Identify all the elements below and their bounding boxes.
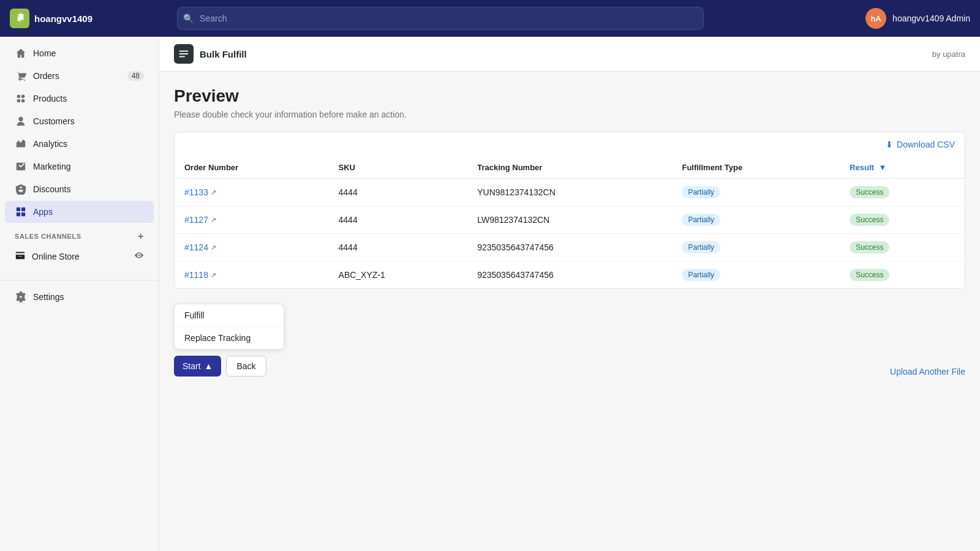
sku-cell: 4444: [329, 179, 468, 206]
svg-rect-4: [179, 51, 188, 52]
orders-icon: [15, 70, 27, 82]
external-link-icon: ↗: [211, 271, 216, 279]
svg-rect-6: [179, 56, 185, 58]
home-icon: [15, 47, 27, 59]
sidebar-item-customers[interactable]: Customers: [5, 110, 154, 132]
sidebar-label-home: Home: [33, 48, 56, 58]
store-logo[interactable]: hoangvv1409: [10, 9, 92, 28]
sidebar-item-settings[interactable]: Settings: [5, 286, 154, 308]
app-title: Bulk Fulfill: [200, 49, 247, 59]
sidebar-item-apps[interactable]: Apps: [5, 201, 154, 223]
results-table: Order Number SKU Tracking Number Fulfill…: [175, 157, 965, 288]
action-left: Fulfill Replace Tracking Start ▲ Back: [174, 304, 284, 377]
orders-badge: 48: [127, 71, 144, 81]
sidebar-label-customers: Customers: [33, 116, 75, 126]
svg-rect-1: [21, 208, 25, 211]
sidebar-label-discounts: Discounts: [33, 184, 70, 194]
sidebar-item-analytics[interactable]: Analytics: [5, 133, 154, 155]
svg-rect-5: [179, 53, 188, 54]
online-store-label: Online Store: [32, 252, 80, 261]
col-tracking-number: Tracking Number: [467, 157, 672, 179]
sidebar-item-orders[interactable]: Orders 48: [5, 65, 154, 87]
eye-icon[interactable]: [134, 250, 144, 262]
svg-rect-0: [17, 208, 20, 211]
result-badge: Success: [850, 186, 889, 198]
table-row: #1127 ↗ 4444 LW9812374132CN Partially Su…: [175, 206, 965, 234]
search-input[interactable]: [177, 7, 704, 30]
svg-rect-3: [21, 212, 25, 216]
upload-another-file-button[interactable]: Upload Another File: [890, 367, 965, 377]
search-icon: 🔍: [183, 13, 194, 23]
col-order-number: Order Number: [175, 157, 329, 179]
sidebar-label-apps: Apps: [33, 207, 53, 217]
fulfillment-badge: Partially: [682, 186, 720, 198]
sidebar-label-products: Products: [33, 94, 67, 103]
order-link-1118[interactable]: #1118 ↗: [184, 270, 319, 280]
col-sku: SKU: [329, 157, 468, 179]
sidebar-label-analytics: Analytics: [33, 139, 67, 149]
preview-subtitle: Please double check your information bef…: [174, 110, 965, 119]
top-navigation: hoangvv1409 🔍 hA hoangvv1409 Admin: [0, 0, 980, 37]
dropdown-replace-tracking-item: Replace Tracking: [175, 327, 284, 349]
external-link-icon: ↗: [211, 216, 216, 224]
sidebar-item-marketing[interactable]: Marketing: [5, 156, 154, 178]
topnav-right: hA hoangvv1409 Admin: [865, 8, 970, 29]
store-name: hoangvv1409: [34, 13, 92, 24]
sidebar-item-products[interactable]: Products: [5, 88, 154, 110]
chevron-up-icon: ▲: [205, 361, 213, 371]
dropdown-fulfill-item: Fulfill: [175, 304, 284, 327]
action-bar: Fulfill Replace Tracking Start ▲ Back Up…: [159, 304, 980, 391]
sidebar: Home Orders 48 Products Customers Anal: [0, 37, 159, 551]
order-link-1124[interactable]: #1124 ↗: [184, 242, 319, 252]
sku-cell: 4444: [329, 206, 468, 234]
tracking-cell: LW9812374132CN: [467, 206, 672, 234]
result-badge: Success: [850, 269, 889, 281]
sidebar-item-online-store[interactable]: Online Store: [5, 245, 154, 268]
shopify-icon: [10, 9, 29, 28]
table-toolbar: ⬇ Download CSV: [175, 132, 965, 157]
download-csv-button[interactable]: ⬇ Download CSV: [886, 140, 955, 149]
button-group: Start ▲ Back: [174, 356, 284, 377]
sales-channels-label: SALES CHANNELS +: [0, 223, 159, 244]
by-label: by upatra: [932, 50, 965, 59]
sidebar-item-discounts[interactable]: Discounts: [5, 178, 154, 200]
avatar[interactable]: hA: [865, 8, 886, 29]
table-header: Order Number SKU Tracking Number Fulfill…: [175, 157, 965, 179]
app-header: Bulk Fulfill by upatra: [159, 37, 980, 72]
apps-icon: [15, 206, 27, 218]
admin-label: hoangvv1409 Admin: [892, 13, 970, 23]
online-store-icon: [15, 250, 26, 263]
back-button[interactable]: Back: [226, 356, 266, 377]
order-link-1127[interactable]: #1127 ↗: [184, 215, 319, 225]
external-link-icon: ↗: [211, 244, 216, 252]
result-filter-icon[interactable]: ▼: [878, 163, 886, 172]
sidebar-label-marketing: Marketing: [33, 162, 70, 171]
order-link-1133[interactable]: #1133 ↗: [184, 187, 319, 197]
table-row: #1118 ↗ ABC_XYZ-1 9235035643747456 Parti…: [175, 261, 965, 289]
customers-icon: [15, 115, 27, 127]
sidebar-item-home[interactable]: Home: [5, 42, 154, 64]
fulfillment-badge: Partially: [682, 241, 720, 253]
marketing-icon: [15, 160, 27, 173]
add-sales-channel-button[interactable]: +: [138, 231, 144, 242]
start-button[interactable]: Start ▲: [174, 356, 221, 377]
main-layout: Home Orders 48 Products Customers Anal: [0, 37, 980, 551]
app-header-left: Bulk Fulfill: [174, 44, 247, 64]
search-bar: 🔍: [177, 7, 704, 30]
sidebar-label-orders: Orders: [33, 71, 59, 81]
tracking-cell: YUN9812374132CN: [467, 179, 672, 206]
analytics-icon: [15, 138, 27, 150]
svg-rect-2: [17, 212, 20, 216]
app-icon: [174, 44, 194, 64]
col-result: Result ▼: [840, 157, 965, 179]
discounts-icon: [15, 183, 27, 195]
download-icon: ⬇: [886, 140, 893, 149]
preview-title: Preview: [174, 86, 965, 106]
result-badge: Success: [850, 214, 889, 226]
action-dropdown-card: Fulfill Replace Tracking: [174, 304, 284, 350]
fulfillment-badge: Partially: [682, 269, 720, 281]
table-body: #1133 ↗ 4444 YUN9812374132CN Partially S…: [175, 179, 965, 289]
tracking-cell: 9235035643747456: [467, 261, 672, 289]
table-row: #1133 ↗ 4444 YUN9812374132CN Partially S…: [175, 179, 965, 206]
col-fulfillment-type: Fulfillment Type: [672, 157, 840, 179]
